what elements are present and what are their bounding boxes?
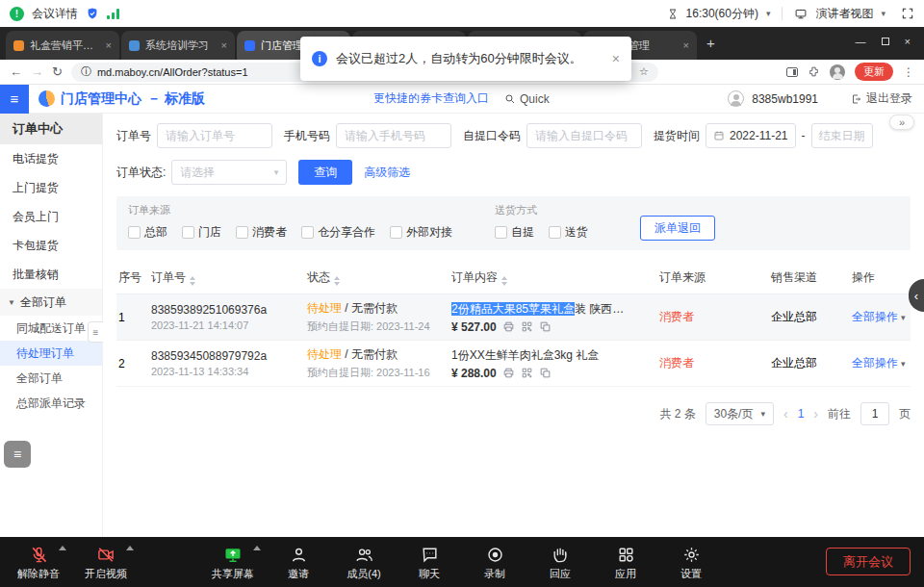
site-info-icon[interactable]: ⓘ [81, 64, 91, 79]
advanced-filter-link[interactable]: 高级筛选 [364, 165, 410, 181]
invite-button[interactable]: 邀请 [277, 544, 320, 581]
floating-list-tool[interactable]: ≡ [4, 441, 31, 468]
members-button[interactable]: 成员(4) [343, 544, 385, 581]
start-video-button[interactable]: 开启视频 [85, 544, 127, 581]
qrcode-icon[interactable] [521, 320, 533, 333]
leave-meeting-button[interactable]: 离开会议 [826, 548, 911, 575]
back-icon[interactable]: ← [10, 65, 22, 78]
close-icon[interactable]: × [683, 39, 689, 51]
end-date-input[interactable]: 结束日期 [811, 123, 873, 148]
unmute-button[interactable]: 解除静音 [17, 544, 60, 581]
sidebar-item-batch-verify[interactable]: 批量核销 [0, 260, 102, 289]
sort-icon[interactable] [190, 276, 195, 286]
sidebar-item-door-pickup[interactable]: 上门提货 [0, 173, 102, 202]
share-screen-button[interactable]: 共享屏幕 [212, 544, 254, 581]
apps-button[interactable]: 应用 [604, 544, 647, 581]
hourglass-icon [667, 8, 679, 20]
reactions-button[interactable]: 回应 [539, 544, 581, 581]
meeting-toast: i 会议已超过2人，自动转为60分钟限时会议。 × [300, 37, 631, 81]
sidebar-item-phone-pickup[interactable]: 电话提货 [0, 144, 102, 173]
hamburger-menu-icon[interactable]: ≡ [0, 85, 29, 114]
settings-button[interactable]: 设置 [670, 544, 712, 581]
close-window-icon[interactable]: × [905, 36, 911, 47]
sidebar-item-all-orders[interactable]: 全部订单 [0, 366, 102, 391]
table-row[interactable]: 1 83859389251069376a 2023-11-21 14:14:07… [116, 294, 911, 341]
bookmark-star-icon[interactable]: ☆ [639, 65, 649, 78]
username[interactable]: 8385wb1991 [752, 92, 818, 106]
start-date-input[interactable]: 2022-11-21 [706, 123, 796, 148]
app-header: ≡ 门店管理中心 － 标准版 更快捷的券卡查询入口 Quick 8385wb19… [0, 85, 924, 114]
pickup-code-input[interactable] [526, 123, 642, 148]
checkbox-store[interactable]: 门店 [182, 224, 221, 241]
toast-close-icon[interactable]: × [612, 51, 620, 66]
chevron-down-icon[interactable]: ▾ [766, 9, 771, 18]
meeting-details-label[interactable]: 会议详情 [32, 6, 78, 22]
minimize-icon[interactable]: — [856, 36, 866, 47]
meeting-info-icon[interactable]: ! [10, 7, 24, 21]
order-no-input[interactable] [157, 123, 272, 148]
sidebar-item-pending-orders[interactable]: 待处理订单 [0, 341, 102, 366]
sidebar-collapse-handle[interactable]: ≡ [88, 321, 103, 343]
search-button[interactable]: 查询 [298, 160, 352, 185]
table-row[interactable]: 2 83859345088979792a 2023-11-13 14:33:34… [116, 341, 911, 387]
coupon-query-link[interactable]: 更快捷的券卡查询入口 [373, 90, 489, 107]
checkbox-external[interactable]: 外部对接 [390, 224, 452, 241]
sidebar-item-hq-dispatch-log[interactable]: 总部派单记录 [0, 391, 102, 416]
submenu-chevron-icon[interactable] [59, 546, 66, 550]
reserve-date: 预约自提日期: 2023-11-24 [307, 319, 451, 334]
close-icon[interactable]: × [106, 39, 112, 51]
qrcode-icon[interactable] [521, 367, 533, 379]
browser-update-button[interactable]: 更新 [855, 63, 893, 81]
checkbox-warehouse-coop[interactable]: 仓分享合作 [301, 224, 375, 241]
refresh-icon[interactable]: ↻ [52, 65, 63, 78]
goto-page-input[interactable] [860, 402, 889, 425]
dispatch-return-button[interactable]: 派单退回 [640, 216, 715, 241]
record-icon [486, 544, 504, 564]
copy-icon[interactable] [539, 320, 552, 333]
sidebar-item-card-pickup[interactable]: 卡包提货 [0, 231, 102, 260]
order-status-select[interactable]: 请选择 ▾ [171, 160, 287, 185]
checkbox-consumer[interactable]: 消费者 [236, 224, 287, 241]
checkbox-self-pickup[interactable]: 自提 [495, 224, 534, 241]
phone-input[interactable] [336, 123, 451, 148]
submenu-chevron-icon[interactable] [253, 546, 261, 550]
sidebar-header-order-center[interactable]: 订单中心 [0, 114, 102, 144]
panel-expand-button[interactable]: » [889, 115, 914, 130]
submenu-chevron-icon[interactable] [126, 546, 134, 550]
copy-icon[interactable] [539, 367, 552, 379]
browser-tab[interactable]: 礼盒营销平台管理中心× [6, 31, 119, 60]
browser-profile-avatar[interactable] [830, 64, 845, 80]
side-panel-icon[interactable] [786, 67, 798, 77]
chat-button[interactable]: 聊天 [408, 544, 450, 581]
sidebar-item-member-visit[interactable]: 会员上门 [0, 202, 102, 231]
page-size-select[interactable]: 30条/页 ▾ [706, 402, 774, 425]
forward-icon[interactable]: → [31, 65, 43, 78]
user-avatar[interactable] [728, 90, 744, 107]
sort-icon[interactable] [334, 276, 340, 286]
print-icon[interactable] [502, 320, 515, 333]
quick-search[interactable]: Quick [504, 92, 550, 106]
sidebar-group-all-orders[interactable]: ▼ 全部订单 [0, 289, 102, 316]
all-actions-dropdown[interactable]: 全部操作▾ [852, 309, 911, 325]
sales-channel: 企业总部 [771, 309, 852, 325]
next-page-icon[interactable]: › [813, 406, 818, 421]
print-icon[interactable] [502, 367, 515, 379]
sort-icon[interactable] [501, 276, 507, 286]
view-mode-label[interactable]: 演讲者视图 [815, 6, 873, 22]
new-tab-button[interactable]: + [699, 35, 723, 57]
close-icon[interactable]: × [221, 39, 227, 51]
fullscreen-icon[interactable] [901, 7, 914, 20]
checkbox-delivery[interactable]: 送货 [549, 224, 588, 241]
extensions-icon[interactable] [808, 65, 820, 78]
browser-menu-icon[interactable]: ⋮ [903, 65, 914, 79]
meeting-timer[interactable]: 16:30(60分钟) [686, 6, 758, 22]
record-button[interactable]: 录制 [474, 544, 516, 581]
all-actions-dropdown[interactable]: 全部操作▾ [852, 355, 911, 371]
prev-page-icon[interactable]: ‹ [783, 406, 788, 421]
browser-tab[interactable]: 系统培训学习× [121, 31, 235, 60]
logout-button[interactable]: 退出登录 [851, 90, 912, 107]
maximize-icon[interactable] [882, 38, 889, 45]
chevron-down-icon[interactable]: ▾ [881, 9, 886, 18]
current-page[interactable]: 1 [798, 407, 805, 421]
checkbox-hq[interactable]: 总部 [128, 224, 167, 241]
